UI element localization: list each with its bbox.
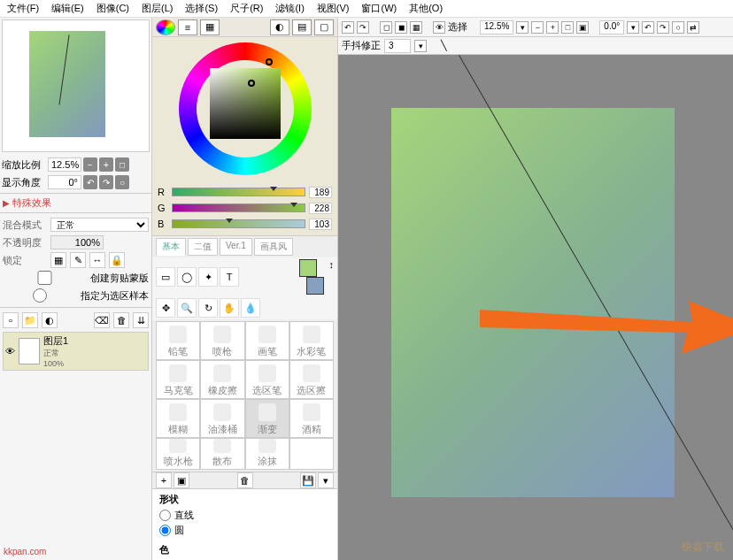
brush-scatter[interactable]: 散布 bbox=[200, 438, 244, 470]
brush-save-icon[interactable]: 💾 bbox=[300, 472, 316, 488]
color-swatches[interactable] bbox=[299, 259, 324, 295]
zoom-value[interactable]: 12.5% bbox=[48, 157, 81, 172]
brush-alcohol[interactable]: 酒精 bbox=[289, 399, 334, 438]
move-tool[interactable]: ✥ bbox=[156, 298, 175, 318]
zoom-tool[interactable]: 🔍 bbox=[177, 298, 197, 318]
clear-layer-icon[interactable]: ⌫ bbox=[94, 312, 110, 328]
blend-select[interactable]: 正常 bbox=[50, 218, 149, 232]
sat-handle[interactable] bbox=[248, 80, 255, 87]
brush-del-icon[interactable]: 🗑 bbox=[237, 472, 253, 488]
brush-selerase[interactable]: 选区擦 bbox=[289, 360, 334, 399]
layer-mask-icon[interactable]: ◐ bbox=[42, 312, 58, 328]
layer-item[interactable]: 👁 图层1 正常 100% bbox=[4, 333, 148, 370]
canvas-zoom-value[interactable]: 12.5% bbox=[480, 20, 513, 35]
mixer-tab[interactable]: ◐ bbox=[270, 19, 289, 35]
zoom-out-button[interactable]: − bbox=[83, 157, 97, 172]
brush-spray[interactable]: 喷水枪 bbox=[156, 438, 200, 470]
tooltab-basic[interactable]: 基本 bbox=[156, 238, 186, 256]
rotate-reset-button[interactable]: ○ bbox=[115, 175, 129, 189]
line-tool-icon[interactable]: ╲ bbox=[441, 40, 447, 51]
brush-selpen[interactable]: 选区笔 bbox=[245, 360, 289, 399]
canvas-rot-right[interactable]: ↷ bbox=[657, 21, 669, 34]
brush-smudge[interactable]: 涂抹 bbox=[245, 438, 289, 470]
brush-pencil[interactable]: 铅笔 bbox=[156, 321, 200, 360]
lasso-tool[interactable]: ◯ bbox=[177, 267, 197, 287]
tooltab-binary[interactable]: 二值 bbox=[188, 238, 218, 256]
new-folder-icon[interactable]: 📁 bbox=[22, 312, 38, 328]
brush-airbrush[interactable]: 喷枪 bbox=[200, 321, 244, 360]
redo-icon[interactable]: ↷ bbox=[357, 21, 369, 34]
b-slider[interactable] bbox=[172, 219, 305, 228]
canvas-rot-left[interactable]: ↶ bbox=[642, 21, 654, 34]
brush-menu-icon[interactable]: ▾ bbox=[318, 472, 334, 488]
lock-paint-icon[interactable]: ✎ bbox=[70, 252, 86, 268]
menu-window[interactable]: 窗口(W) bbox=[361, 2, 397, 15]
menu-file[interactable]: 文件(F) bbox=[7, 2, 39, 15]
rgb-bars-tab[interactable]: ≡ bbox=[178, 19, 197, 35]
canvas-flip-h[interactable]: ⇄ bbox=[687, 21, 699, 34]
menu-other[interactable]: 其他(O) bbox=[409, 2, 443, 15]
show-sel-icon[interactable]: ▦ bbox=[410, 21, 422, 34]
angle-value[interactable]: 0° bbox=[48, 175, 81, 189]
lock-all-icon[interactable]: 🔒 bbox=[109, 252, 125, 268]
menu-filter[interactable]: 滤镜(I) bbox=[275, 2, 304, 15]
saturation-box[interactable] bbox=[210, 68, 281, 139]
bg-swatch[interactable] bbox=[306, 277, 324, 295]
brush-brush[interactable]: 画笔 bbox=[245, 321, 289, 360]
merge-layer-icon[interactable]: ⇊ bbox=[133, 312, 149, 328]
canvas-angle-value[interactable]: 0.0° bbox=[599, 20, 624, 35]
brush-gradient[interactable]: 渐变 bbox=[245, 399, 289, 438]
stabilizer-value[interactable] bbox=[384, 39, 411, 53]
b-value[interactable]: 103 bbox=[309, 219, 332, 230]
hue-handle[interactable] bbox=[266, 58, 273, 65]
wand-tool[interactable]: ✦ bbox=[198, 267, 218, 287]
undo-icon[interactable]: ↶ bbox=[342, 21, 354, 34]
eyedrop-tool[interactable]: 💧 bbox=[241, 298, 260, 318]
zoom-fit-button[interactable]: □ bbox=[115, 157, 129, 172]
fx-expander[interactable]: ▶ 特殊效果 bbox=[3, 198, 51, 208]
shape-circle-radio[interactable]: 圆 bbox=[159, 523, 330, 538]
stabilizer-menu[interactable]: ▾ bbox=[414, 40, 427, 52]
brush-empty[interactable] bbox=[289, 438, 334, 470]
fg-swatch[interactable] bbox=[299, 259, 317, 277]
clip-checkbox[interactable] bbox=[3, 271, 87, 285]
rotate-left-button[interactable]: ↶ bbox=[83, 175, 97, 189]
g-slider[interactable] bbox=[172, 203, 305, 212]
color-wheel-tab[interactable] bbox=[156, 19, 175, 35]
canvas-rot-reset[interactable]: ○ bbox=[672, 21, 684, 34]
brush-new-icon[interactable]: + bbox=[156, 472, 172, 488]
menu-image[interactable]: 图像(C) bbox=[96, 2, 129, 15]
visibility-icon[interactable]: 👁 bbox=[5, 346, 15, 357]
deselect-icon[interactable]: ◻ bbox=[380, 21, 392, 34]
rotate-tool[interactable]: ↻ bbox=[198, 298, 218, 318]
navigator-thumbnail[interactable] bbox=[2, 19, 150, 152]
opacity-value[interactable]: 100% bbox=[50, 235, 104, 249]
canvas-zoom-out[interactable]: − bbox=[531, 21, 544, 34]
menu-view[interactable]: 视图(V) bbox=[317, 2, 350, 15]
brush-blur[interactable]: 模糊 bbox=[156, 399, 200, 438]
brush-marker[interactable]: 马克笔 bbox=[156, 360, 200, 399]
hand-tool[interactable]: ✋ bbox=[220, 298, 239, 318]
marquee-tool[interactable]: ▭ bbox=[156, 267, 175, 287]
swap-colors-icon[interactable]: ↕ bbox=[329, 259, 335, 270]
menu-select[interactable]: 选择(S) bbox=[185, 2, 218, 15]
g-value[interactable]: 228 bbox=[309, 203, 332, 214]
menu-edit[interactable]: 编辑(E) bbox=[51, 2, 84, 15]
new-layer-icon[interactable]: ▫ bbox=[3, 312, 19, 328]
menu-ruler[interactable]: 尺子(R) bbox=[230, 2, 263, 15]
text-tool[interactable]: T bbox=[220, 267, 239, 287]
rotate-right-button[interactable]: ↷ bbox=[99, 175, 113, 189]
zoom-in-button[interactable]: + bbox=[99, 157, 113, 172]
delete-layer-icon[interactable]: 🗑 bbox=[113, 312, 129, 328]
canvas-zoom-fit[interactable]: □ bbox=[561, 21, 574, 34]
canvas-eye-icon[interactable]: 👁 bbox=[433, 21, 445, 34]
tooltab-ver1[interactable]: Ver.1 bbox=[220, 238, 252, 256]
canvas-zoom-menu[interactable]: ▾ bbox=[516, 21, 529, 34]
invert-sel-icon[interactable]: ◼ bbox=[395, 21, 407, 34]
canvas-zoom-in[interactable]: + bbox=[546, 21, 559, 34]
canvas-zoom-100[interactable]: ▣ bbox=[576, 21, 589, 34]
brush-watercolor[interactable]: 水彩笔 bbox=[289, 321, 334, 360]
history-tab[interactable]: ▤ bbox=[292, 19, 312, 35]
brush-dup-icon[interactable]: ▣ bbox=[174, 472, 189, 488]
brush-eraser[interactable]: 橡皮擦 bbox=[200, 360, 244, 399]
